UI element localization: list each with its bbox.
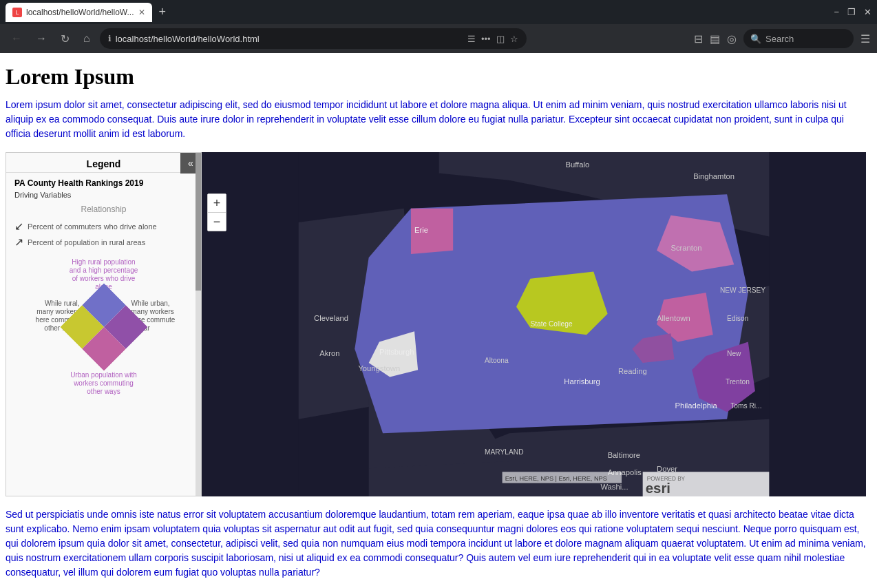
back-button[interactable]: ←	[7, 30, 26, 48]
svg-text:Trenton: Trenton	[726, 378, 750, 386]
restore-button[interactable]: ❐	[847, 7, 856, 17]
svg-text:Altoona: Altoona	[485, 357, 509, 364]
menu-icon[interactable]: ☰	[860, 32, 870, 45]
footer-paragraph: Sed ut perspiciatis unde omnis iste natu…	[6, 507, 866, 580]
tab-title: localhost/helloWorld/helloW...	[26, 8, 134, 17]
svg-text:New: New	[727, 350, 741, 357]
arrow-row-2: ↗ Percent of population in rural areas	[14, 235, 145, 249]
new-tab-button[interactable]: +	[155, 5, 171, 19]
toolbar-right: ⊟ ▤ ◎ 🔍 Search ☰	[694, 29, 870, 48]
svg-text:Erie: Erie	[414, 226, 428, 234]
diamond-grid-wrapper	[73, 296, 135, 358]
url-action-icons: ☰ ••• ◫ ☆	[467, 34, 518, 44]
svg-text:Washi...: Washi...	[600, 483, 628, 491]
address-bar: ← → ↻ ⌂ ℹ localhost/helloWorld/helloWorl…	[0, 24, 877, 53]
svg-text:Buffalo: Buffalo	[565, 160, 589, 169]
svg-text:NEW JERSEY: NEW JERSEY	[720, 286, 765, 294]
svg-text:Scranton: Scranton	[670, 244, 701, 252]
svg-text:Allentown: Allentown	[657, 314, 690, 322]
svg-text:Esri, HERE, NPS | Esri, HERE, : Esri, HERE, NPS | Esri, HERE, NPS	[505, 475, 607, 482]
arrow-down-icon: ↙	[14, 220, 23, 233]
arrow2-label: Percent of population in rural areas	[28, 238, 145, 246]
url-text: localhost/helloWorld/helloWorld.html	[116, 34, 260, 44]
svg-text:State College: State College	[530, 320, 572, 328]
zoom-out-button[interactable]: −	[208, 213, 226, 231]
legend-panel: Legend « PA County Health Rankings 2019 …	[6, 152, 202, 496]
svg-text:Cleveland: Cleveland	[314, 314, 348, 322]
security-icon: ℹ	[108, 34, 112, 43]
intro-paragraph: Lorem ipsum dolor sit amet, consectetur …	[6, 98, 866, 141]
search-icon: 🔍	[750, 34, 761, 44]
sidebar-icon[interactable]: ▤	[710, 32, 720, 45]
diamond-grid	[60, 283, 147, 370]
tab-close-btn[interactable]: ✕	[138, 8, 145, 17]
close-button[interactable]: ✕	[864, 7, 871, 17]
zoom-in-button[interactable]: +	[208, 194, 226, 212]
svg-text:Akron: Akron	[319, 349, 339, 357]
page-title: Lorem Ipsum	[6, 64, 866, 90]
tab-favicon: L	[12, 8, 22, 17]
search-box[interactable]: 🔍 Search	[743, 29, 854, 48]
diamond-label-bottom: Urban population with workers commuting …	[70, 371, 138, 396]
svg-text:MARYLAND: MARYLAND	[485, 448, 523, 456]
svg-text:esri: esri	[646, 481, 670, 496]
window-controls: − ❐ ✕	[834, 7, 871, 17]
more-options-icon[interactable]: •••	[481, 34, 491, 44]
arrow-row-1: ↙ Percent of commuters who drive alone	[14, 220, 157, 233]
map-section: Legend « PA County Health Rankings 2019 …	[6, 152, 866, 496]
svg-text:Reading: Reading	[618, 367, 647, 375]
library-icon[interactable]: ⊟	[694, 32, 703, 45]
map-svg[interactable]: Buffalo Binghamton Erie Cleveland Akron …	[202, 152, 866, 496]
svg-text:Binghamton: Binghamton	[693, 172, 735, 180]
page-content: Lorem Ipsum Lorem ipsum dolor sit amet, …	[0, 53, 877, 588]
legend-scrollbar[interactable]	[196, 153, 201, 496]
arrow-up-icon: ↗	[14, 235, 23, 249]
legend-title: Legend	[87, 158, 121, 169]
svg-text:Harrisburg: Harrisburg	[564, 377, 600, 386]
svg-text:Toms Ri...: Toms Ri...	[730, 402, 761, 410]
profile-icon[interactable]: ◎	[727, 32, 737, 45]
legend-body: PA County Health Rankings 2019 Driving V…	[6, 173, 201, 408]
svg-text:Edison: Edison	[727, 315, 748, 322]
map-zoom-controls: + −	[207, 193, 226, 231]
svg-text:Pittsburgh: Pittsburgh	[379, 348, 414, 356]
bookmark-reader-icon[interactable]: ☰	[467, 34, 476, 44]
home-button[interactable]: ⌂	[79, 30, 94, 48]
bookmark-icon[interactable]: ☆	[510, 34, 518, 44]
search-placeholder: Search	[765, 34, 794, 44]
relationship-label: Relationship	[14, 204, 193, 214]
forward-button[interactable]: →	[32, 30, 51, 48]
intro-text-content: Lorem ipsum dolor sit amet, consectetur …	[6, 99, 847, 139]
legend-scroll-thumb	[196, 153, 201, 291]
minimize-button[interactable]: −	[834, 7, 839, 17]
map-container[interactable]: Buffalo Binghamton Erie Cleveland Akron …	[202, 152, 866, 496]
svg-text:Youngstown: Youngstown	[358, 364, 400, 372]
tab-bar: L localhost/helloWorld/helloW... ✕ +	[6, 0, 170, 24]
footer-text-content: Sed ut perspiciatis unde omnis iste natu…	[6, 509, 866, 578]
svg-text:Baltimore: Baltimore	[608, 451, 640, 459]
pocket-icon[interactable]: ◫	[496, 34, 505, 44]
arrow1-label: Percent of commuters who drive alone	[28, 222, 157, 231]
bivariate-diamond: High rural population and a high percent…	[35, 258, 173, 396]
legend-section-subtitle: Driving Variables	[14, 191, 193, 199]
url-bar[interactable]: ℹ localhost/helloWorld/helloWorld.html ☰…	[100, 28, 527, 49]
refresh-button[interactable]: ↻	[56, 30, 74, 48]
legend-header: Legend	[6, 153, 201, 173]
active-tab[interactable]: L localhost/helloWorld/helloW... ✕	[6, 3, 152, 22]
bivariate-section: ↙ Percent of commuters who drive alone ↗…	[14, 220, 193, 251]
svg-text:Philadelphia: Philadelphia	[675, 401, 718, 410]
legend-section-title: PA County Health Rankings 2019	[14, 178, 193, 188]
browser-chrome: L localhost/helloWorld/helloW... ✕ + − ❐…	[0, 0, 877, 24]
